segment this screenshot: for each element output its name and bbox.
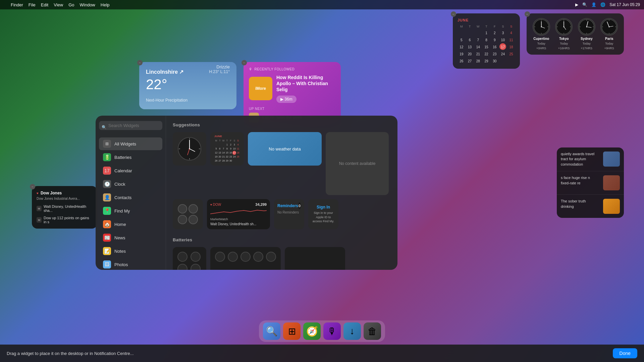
- sidebar-item-calendar[interactable]: 17 Calendar: [99, 164, 162, 177]
- help-menu[interactable]: Help: [101, 2, 110, 7]
- sydney-sub: Today: [583, 42, 591, 45]
- dock-launchpad[interactable]: ⊞: [283, 322, 301, 340]
- widget-sidebar: 🔍 ⊞ All Widgets 🔋 Batteries 17 Calendar …: [96, 116, 166, 270]
- cupertino-sub: Today: [537, 42, 545, 45]
- clock-face-tokyo: [555, 18, 573, 36]
- menubar-play-icon[interactable]: ▶: [575, 2, 578, 7]
- sign-in-label: Sign In: [311, 205, 336, 209]
- stock-headline-1: Walt Disney, UnitedHealth sha...: [44, 204, 93, 213]
- cupertino-offset: +0HRS: [536, 47, 546, 50]
- edit-menu[interactable]: Edit: [41, 2, 48, 7]
- dock-safari[interactable]: 🧭: [303, 322, 321, 340]
- clock-label: Clock: [114, 182, 125, 187]
- file-menu[interactable]: File: [29, 2, 36, 7]
- dow-name: Dow Jones: [41, 191, 62, 195]
- dock-downloads[interactable]: ↓: [343, 322, 361, 340]
- sidebar-item-photos[interactable]: 🖼 Photos: [99, 258, 162, 270]
- done-button[interactable]: Done: [613, 348, 637, 358]
- finder-menu[interactable]: Finder: [11, 2, 23, 7]
- battery-thumb-small-1[interactable]: [173, 247, 206, 270]
- photos-label: Photos: [114, 262, 128, 267]
- battery-thumb-small-3[interactable]: [285, 247, 345, 270]
- news-item-1: quietly awards travel tract for asylum c…: [557, 147, 624, 171]
- sidebar-item-all-widgets[interactable]: ⊞ All Widgets: [99, 137, 162, 150]
- calendar-close-btn[interactable]: −: [451, 11, 456, 17]
- stocks-dow-label: ▾ DOW: [210, 203, 221, 206]
- contacts-label: Contacts: [114, 195, 131, 200]
- dock-trash[interactable]: 🗑: [364, 322, 381, 340]
- sidebar-item-notes[interactable]: 📝 Notes: [99, 245, 162, 257]
- marketwatch-logo-2: M: [37, 217, 42, 223]
- batteries-label: Batteries: [114, 155, 131, 160]
- dow-heart-icon: ♥: [37, 191, 39, 195]
- bat-dot-lg-3: [240, 252, 251, 262]
- no-content-label: No content available: [339, 161, 376, 166]
- sidebar-item-batteries[interactable]: 🔋 Batteries: [99, 151, 162, 164]
- sydney-offset: +17HRS: [581, 47, 592, 50]
- bat-dot-lg-5: [266, 252, 276, 262]
- view-menu[interactable]: View: [54, 2, 63, 7]
- paris-label: Paris: [605, 37, 613, 41]
- calendar-widget-thumb[interactable]: JUNE MT WT FS S 12 34 567 89 1011: [210, 132, 244, 166]
- findmy-label: Find My: [114, 208, 130, 214]
- menubar-siri-icon[interactable]: 🌐: [600, 2, 605, 7]
- suggestions-section-title: Suggestions: [173, 122, 391, 127]
- search-input[interactable]: [99, 121, 162, 130]
- sidebar-item-news[interactable]: 📰 News: [99, 231, 162, 244]
- stocks-widget-thumb[interactable]: ▾ DOW 34,299 MarketWatch Walt Disney, Un…: [207, 199, 270, 229]
- podcast-artwork: iMore: [249, 77, 272, 100]
- home-icon: 🏠: [103, 220, 111, 228]
- sidebar-item-contacts[interactable]: 👤 Contacts: [99, 191, 162, 204]
- dock-podcasts[interactable]: 🎙: [323, 322, 341, 340]
- menubar-control-center-icon[interactable]: 👤: [591, 2, 596, 7]
- no-content-widget-thumb[interactable]: No content available: [326, 132, 389, 195]
- bat-dot-lg-1: [215, 252, 225, 262]
- sydney-label: Sydney: [581, 37, 593, 41]
- sidebar-item-home[interactable]: 🏠 Home: [99, 218, 162, 231]
- stocks-chart: [210, 208, 267, 216]
- menubar-datetime: Sat 17 Jun 05:29: [609, 2, 640, 7]
- clock-paris: Paris Today +9HRS: [600, 18, 618, 50]
- bat-dot-lg-4: [253, 252, 263, 262]
- clock-sydney: Sydney Today +17HRS: [578, 18, 595, 50]
- weather-widget-thumb[interactable]: No weather data: [248, 132, 322, 166]
- weather-close-btn[interactable]: −: [137, 60, 143, 65]
- menubar-search-icon[interactable]: 🔍: [582, 2, 587, 7]
- podcast-recently-followed: 🎙 RECENTLY FOLLOWED: [249, 67, 335, 71]
- paris-sub: Today: [605, 42, 613, 45]
- dock-finder[interactable]: 🔍: [263, 322, 280, 340]
- news-label: News: [114, 235, 125, 240]
- battery-thumb-small-2[interactable]: [210, 247, 281, 270]
- drag-instruction: Drag a widget to place it on the desktop…: [7, 351, 613, 356]
- news-item-2: s face huge rise n fixed-rate re: [557, 171, 624, 195]
- battery-dot-2: [189, 204, 198, 214]
- go-menu[interactable]: Go: [68, 2, 74, 7]
- weather-temperature: 22°: [146, 76, 167, 93]
- news-thumb-3: [603, 199, 620, 214]
- clock-widget-thumb[interactable]: [173, 132, 206, 166]
- news-thumb-2: [603, 175, 620, 190]
- paris-offset: +9HRS: [604, 47, 614, 50]
- dow-desc: Dow Jones Industrial Avera...: [37, 197, 93, 200]
- stock-headline-2: Dow up 112 points on gains in s: [44, 216, 93, 224]
- dock: 🔍 ⊞ 🧭 🎙 ↓ 🗑: [259, 320, 385, 342]
- window-menu[interactable]: Window: [80, 2, 95, 7]
- sidebar-item-find-my[interactable]: 📍 Find My: [99, 204, 162, 217]
- no-reminders-label: No Reminders: [277, 210, 301, 214]
- podcast-close-btn[interactable]: −: [241, 60, 247, 65]
- batteries-grid: [173, 247, 391, 270]
- reminders-widget-thumb[interactable]: Reminders 0 No Reminders: [274, 199, 304, 229]
- bat-dot-sm-3: [177, 264, 187, 270]
- stocks-dow-value: 34,299: [255, 202, 267, 206]
- findmy-widget-thumb[interactable]: Sign In Sign in to your Apple ID to acce…: [308, 199, 338, 229]
- podcast-play-button[interactable]: ▶ 36m: [276, 96, 297, 103]
- battery-dot-4: [189, 215, 198, 224]
- calendar-icon: 17: [103, 167, 111, 175]
- stocks-close-btn[interactable]: −: [30, 184, 35, 189]
- podcast-up-next-label: UP NEXT: [249, 107, 335, 111]
- batteries-widget-thumb[interactable]: [173, 199, 203, 229]
- world-clocks-close-btn[interactable]: −: [525, 11, 530, 17]
- podcast-title: How Reddit Is Killing Apollo – With Chri…: [276, 74, 335, 93]
- stocks-headline-thumb: Walt Disney, UnitedHealth sh...: [210, 222, 267, 226]
- sidebar-item-clock[interactable]: 🕐 Clock: [99, 178, 162, 190]
